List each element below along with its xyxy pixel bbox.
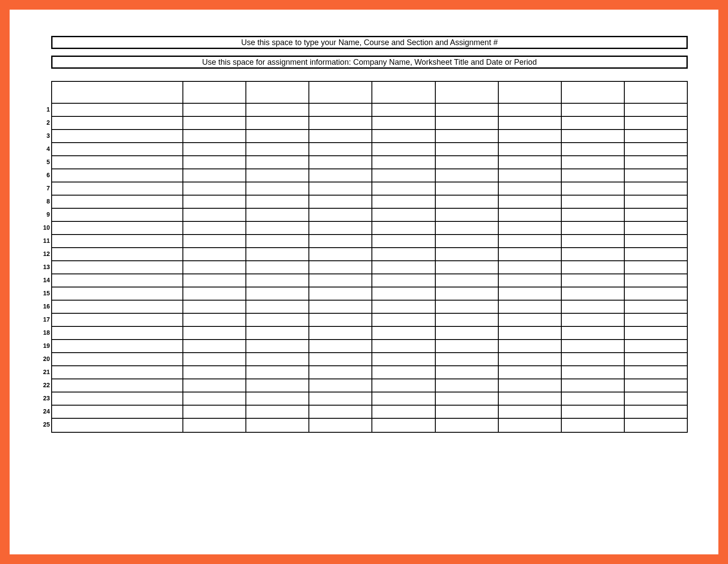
data-cell[interactable] xyxy=(499,143,562,155)
data-cell[interactable] xyxy=(183,196,246,208)
data-cell[interactable] xyxy=(309,143,372,155)
data-cell[interactable] xyxy=(309,379,372,392)
data-cell[interactable] xyxy=(52,314,183,326)
data-cell[interactable] xyxy=(436,314,499,326)
data-cell[interactable] xyxy=(625,182,687,195)
assignment-info-bar[interactable]: Use this space for assignment informatio… xyxy=(51,56,688,69)
data-cell[interactable] xyxy=(499,156,562,168)
data-cell[interactable] xyxy=(309,156,372,168)
data-cell[interactable] xyxy=(625,143,687,155)
data-cell[interactable] xyxy=(309,104,372,116)
data-cell[interactable] xyxy=(562,379,625,392)
data-cell[interactable] xyxy=(625,130,687,142)
data-cell[interactable] xyxy=(562,261,625,273)
data-cell[interactable] xyxy=(183,248,246,260)
data-cell[interactable] xyxy=(52,392,183,405)
data-cell[interactable] xyxy=(309,340,372,352)
data-cell[interactable] xyxy=(246,261,309,273)
data-cell[interactable] xyxy=(372,340,435,352)
data-cell[interactable] xyxy=(499,406,562,418)
data-cell[interactable] xyxy=(436,117,499,129)
data-cell[interactable] xyxy=(562,235,625,247)
data-cell[interactable] xyxy=(499,287,562,300)
data-cell[interactable] xyxy=(309,419,372,432)
data-cell[interactable] xyxy=(625,340,687,352)
data-cell[interactable] xyxy=(625,261,687,273)
data-cell[interactable] xyxy=(372,182,435,195)
data-cell[interactable] xyxy=(52,366,183,378)
data-cell[interactable] xyxy=(52,353,183,365)
data-cell[interactable] xyxy=(625,406,687,418)
data-cell[interactable] xyxy=(562,143,625,155)
header-cell[interactable] xyxy=(52,82,183,103)
data-cell[interactable] xyxy=(183,353,246,365)
data-cell[interactable] xyxy=(562,314,625,326)
data-cell[interactable] xyxy=(183,117,246,129)
header-cell[interactable] xyxy=(436,82,499,103)
data-cell[interactable] xyxy=(436,143,499,155)
data-cell[interactable] xyxy=(246,130,309,142)
data-cell[interactable] xyxy=(562,196,625,208)
data-cell[interactable] xyxy=(562,419,625,432)
data-cell[interactable] xyxy=(246,235,309,247)
data-cell[interactable] xyxy=(562,274,625,287)
data-cell[interactable] xyxy=(309,366,372,378)
data-cell[interactable] xyxy=(52,248,183,260)
data-cell[interactable] xyxy=(183,104,246,116)
data-cell[interactable] xyxy=(183,379,246,392)
data-cell[interactable] xyxy=(436,182,499,195)
data-cell[interactable] xyxy=(625,117,687,129)
data-cell[interactable] xyxy=(562,327,625,339)
data-cell[interactable] xyxy=(436,301,499,313)
data-cell[interactable] xyxy=(183,143,246,155)
data-cell[interactable] xyxy=(52,104,183,116)
data-cell[interactable] xyxy=(436,222,499,234)
data-cell[interactable] xyxy=(562,287,625,300)
data-cell[interactable] xyxy=(625,314,687,326)
data-cell[interactable] xyxy=(562,169,625,182)
data-cell[interactable] xyxy=(372,235,435,247)
data-cell[interactable] xyxy=(246,222,309,234)
data-cell[interactable] xyxy=(499,117,562,129)
data-cell[interactable] xyxy=(562,130,625,142)
data-cell[interactable] xyxy=(436,366,499,378)
data-cell[interactable] xyxy=(436,274,499,287)
data-cell[interactable] xyxy=(309,274,372,287)
data-cell[interactable] xyxy=(246,406,309,418)
data-cell[interactable] xyxy=(52,209,183,221)
data-cell[interactable] xyxy=(372,379,435,392)
data-cell[interactable] xyxy=(499,314,562,326)
header-cell[interactable] xyxy=(625,82,687,103)
data-cell[interactable] xyxy=(499,182,562,195)
data-cell[interactable] xyxy=(436,419,499,432)
data-cell[interactable] xyxy=(499,261,562,273)
data-cell[interactable] xyxy=(499,353,562,365)
data-cell[interactable] xyxy=(436,353,499,365)
data-cell[interactable] xyxy=(562,406,625,418)
data-cell[interactable] xyxy=(309,406,372,418)
data-cell[interactable] xyxy=(562,209,625,221)
data-cell[interactable] xyxy=(562,117,625,129)
data-cell[interactable] xyxy=(372,130,435,142)
name-course-section-bar[interactable]: Use this space to type your Name, Course… xyxy=(51,36,688,49)
data-cell[interactable] xyxy=(246,379,309,392)
data-cell[interactable] xyxy=(183,340,246,352)
data-cell[interactable] xyxy=(183,366,246,378)
data-cell[interactable] xyxy=(183,209,246,221)
data-cell[interactable] xyxy=(372,327,435,339)
data-cell[interactable] xyxy=(309,222,372,234)
data-cell[interactable] xyxy=(562,222,625,234)
data-cell[interactable] xyxy=(372,104,435,116)
data-cell[interactable] xyxy=(625,379,687,392)
header-cell[interactable] xyxy=(183,82,246,103)
data-cell[interactable] xyxy=(625,327,687,339)
data-cell[interactable] xyxy=(625,169,687,182)
data-cell[interactable] xyxy=(183,182,246,195)
data-cell[interactable] xyxy=(372,261,435,273)
data-cell[interactable] xyxy=(436,248,499,260)
data-cell[interactable] xyxy=(309,301,372,313)
data-cell[interactable] xyxy=(625,248,687,260)
data-cell[interactable] xyxy=(499,196,562,208)
data-cell[interactable] xyxy=(499,392,562,405)
data-cell[interactable] xyxy=(372,222,435,234)
